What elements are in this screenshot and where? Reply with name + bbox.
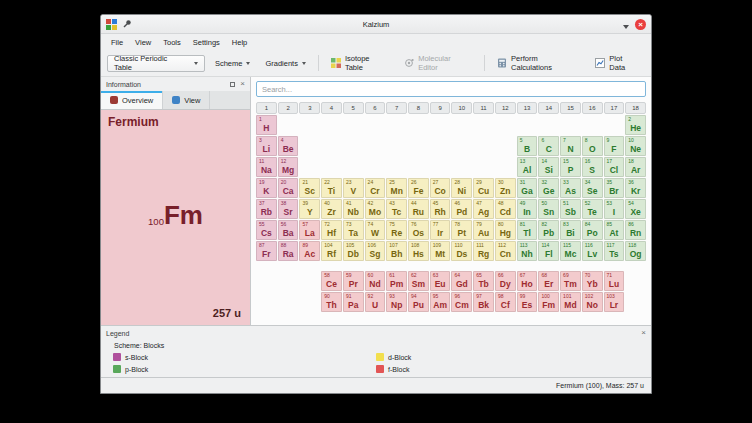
element-Na[interactable]: 11Na <box>256 157 277 177</box>
element-Sm[interactable]: 62Sm <box>408 271 429 291</box>
perform-calculations-button[interactable]: Perform Calculations <box>492 54 585 72</box>
element-Db[interactable]: 105Db <box>343 241 364 261</box>
element-Fl[interactable]: 114Fl <box>538 241 559 261</box>
element-Ca[interactable]: 20Ca <box>278 178 299 198</box>
element-Mn[interactable]: 25Mn <box>386 178 407 198</box>
element-Rn[interactable]: 86Rn <box>625 220 646 240</box>
menu-tools[interactable]: Tools <box>157 36 187 49</box>
element-Ds[interactable]: 110Ds <box>451 241 472 261</box>
search-input[interactable] <box>256 81 646 97</box>
element-Br[interactable]: 35Br <box>604 178 625 198</box>
element-Cu[interactable]: 29Cu <box>473 178 494 198</box>
element-Po[interactable]: 84Po <box>582 220 603 240</box>
element-Rf[interactable]: 104Rf <box>321 241 342 261</box>
element-Ra[interactable]: 88Ra <box>278 241 299 261</box>
element-Co[interactable]: 27Co <box>430 178 451 198</box>
element-Li[interactable]: 3Li <box>256 136 277 156</box>
element-Mg[interactable]: 12Mg <box>278 157 299 177</box>
element-Bk[interactable]: 97Bk <box>473 292 494 312</box>
element-Es[interactable]: 99Es <box>517 292 538 312</box>
table-type-select[interactable]: Classic Periodic Table <box>107 55 205 72</box>
molecular-editor-button[interactable]: Molecular Editor <box>399 54 477 72</box>
element-Np[interactable]: 93Np <box>386 292 407 312</box>
element-Cn[interactable]: 112Cn <box>495 241 516 261</box>
element-Ho[interactable]: 67Ho <box>517 271 538 291</box>
element-B[interactable]: 5B <box>517 136 538 156</box>
close-panel-icon[interactable]: × <box>240 80 245 88</box>
element-Pd[interactable]: 46Pd <box>451 199 472 219</box>
element-Mo[interactable]: 42Mo <box>365 199 386 219</box>
element-Ni[interactable]: 28Ni <box>451 178 472 198</box>
element-Sc[interactable]: 21Sc <box>299 178 320 198</box>
element-Cr[interactable]: 24Cr <box>365 178 386 198</box>
float-panel-icon[interactable] <box>230 82 235 87</box>
element-Sr[interactable]: 38Sr <box>278 199 299 219</box>
element-Pm[interactable]: 61Pm <box>386 271 407 291</box>
element-Bi[interactable]: 83Bi <box>560 220 581 240</box>
element-Pr[interactable]: 59Pr <box>343 271 364 291</box>
element-I[interactable]: 53I <box>604 199 625 219</box>
element-Ce[interactable]: 58Ce <box>321 271 342 291</box>
element-At[interactable]: 85At <box>604 220 625 240</box>
element-Mt[interactable]: 109Mt <box>430 241 451 261</box>
element-N[interactable]: 7N <box>560 136 581 156</box>
element-As[interactable]: 33As <box>560 178 581 198</box>
scheme-button[interactable]: Scheme <box>210 54 256 72</box>
element-Nh[interactable]: 113Nh <box>517 241 538 261</box>
element-Hs[interactable]: 108Hs <box>408 241 429 261</box>
isotope-table-button[interactable]: Isotope Table <box>326 54 394 72</box>
element-Zr[interactable]: 40Zr <box>321 199 342 219</box>
element-U[interactable]: 92U <box>365 292 386 312</box>
element-Be[interactable]: 4Be <box>278 136 299 156</box>
element-Yb[interactable]: 70Yb <box>582 271 603 291</box>
element-Nb[interactable]: 41Nb <box>343 199 364 219</box>
element-Hf[interactable]: 72Hf <box>321 220 342 240</box>
menu-view[interactable]: View <box>129 36 157 49</box>
plot-data-button[interactable]: Plot Data <box>590 54 645 72</box>
element-Th[interactable]: 90Th <box>321 292 342 312</box>
element-Ga[interactable]: 31Ga <box>517 178 538 198</box>
element-Tb[interactable]: 65Tb <box>473 271 494 291</box>
element-Ir[interactable]: 77Ir <box>430 220 451 240</box>
element-Re[interactable]: 75Re <box>386 220 407 240</box>
element-Lv[interactable]: 116Lv <box>582 241 603 261</box>
element-Tl[interactable]: 81Tl <box>517 220 538 240</box>
element-Au[interactable]: 79Au <box>473 220 494 240</box>
element-Fe[interactable]: 26Fe <box>408 178 429 198</box>
element-Ac[interactable]: 89Ac <box>299 241 320 261</box>
tab-overview[interactable]: Overview <box>101 91 163 109</box>
element-Ta[interactable]: 73Ta <box>343 220 364 240</box>
menu-file[interactable]: File <box>105 36 129 49</box>
element-Fm[interactable]: 100Fm <box>538 292 559 312</box>
element-Cf[interactable]: 98Cf <box>495 292 516 312</box>
element-F[interactable]: 9F <box>604 136 625 156</box>
element-Te[interactable]: 52Te <box>582 199 603 219</box>
element-Si[interactable]: 14Si <box>538 157 559 177</box>
element-Xe[interactable]: 54Xe <box>625 199 646 219</box>
element-Mc[interactable]: 115Mc <box>560 241 581 261</box>
element-C[interactable]: 6C <box>538 136 559 156</box>
element-Nd[interactable]: 60Nd <box>365 271 386 291</box>
element-Dy[interactable]: 66Dy <box>495 271 516 291</box>
element-Cl[interactable]: 17Cl <box>604 157 625 177</box>
element-V[interactable]: 23V <box>343 178 364 198</box>
element-Sn[interactable]: 50Sn <box>538 199 559 219</box>
element-Ru[interactable]: 44Ru <box>408 199 429 219</box>
element-Sg[interactable]: 106Sg <box>365 241 386 261</box>
element-Os[interactable]: 76Os <box>408 220 429 240</box>
element-Md[interactable]: 101Md <box>560 292 581 312</box>
element-Tm[interactable]: 69Tm <box>560 271 581 291</box>
gradients-button[interactable]: Gradients <box>260 54 311 72</box>
element-H[interactable]: 1H <box>256 115 277 135</box>
element-Ne[interactable]: 10Ne <box>625 136 646 156</box>
close-legend-icon[interactable]: × <box>641 329 646 337</box>
element-Al[interactable]: 13Al <box>517 157 538 177</box>
element-Ge[interactable]: 32Ge <box>538 178 559 198</box>
element-Lu[interactable]: 71Lu <box>604 271 625 291</box>
element-Tc[interactable]: 43Tc <box>386 199 407 219</box>
element-S[interactable]: 16S <box>582 157 603 177</box>
element-Kr[interactable]: 36Kr <box>625 178 646 198</box>
element-Pu[interactable]: 94Pu <box>408 292 429 312</box>
titlebar[interactable]: Kalzium × <box>101 15 651 34</box>
element-In[interactable]: 49In <box>517 199 538 219</box>
